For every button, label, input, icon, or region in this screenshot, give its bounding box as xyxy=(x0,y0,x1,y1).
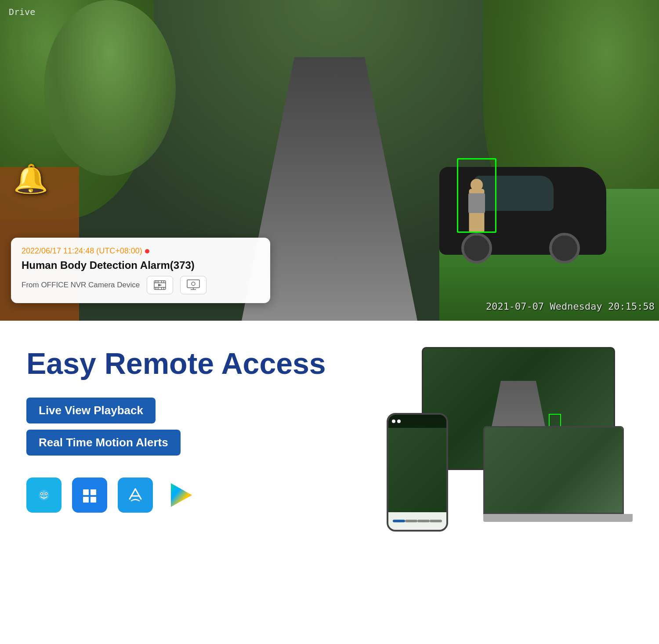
phone-tab-4 xyxy=(430,520,442,522)
phone-header xyxy=(388,415,446,428)
notification-title: Human Body Detection Alarm(373) xyxy=(22,259,260,271)
phone-tab-2 xyxy=(405,520,417,522)
camera-timestamp: 2021-07-07 Wednesday 20:15:58 xyxy=(486,301,655,312)
car-wheel-right xyxy=(549,233,580,264)
svg-point-15 xyxy=(192,282,195,286)
notification-source: From OFFICE NVR Camera Device xyxy=(22,276,260,294)
svg-rect-26 xyxy=(83,497,89,503)
phone-content xyxy=(388,428,446,512)
bell-container: 🔔 xyxy=(13,163,48,198)
svg-rect-12 xyxy=(187,280,199,288)
monitor-button[interactable] xyxy=(180,276,206,294)
svg-rect-4 xyxy=(158,281,159,282)
svg-point-20 xyxy=(41,493,43,494)
svg-rect-6 xyxy=(163,281,164,282)
svg-rect-27 xyxy=(91,497,96,503)
svg-rect-5 xyxy=(161,281,162,282)
film-icon xyxy=(154,280,166,290)
windows-svg-icon xyxy=(80,485,100,505)
left-content: Easy Remote Access Live View Playback Re… xyxy=(26,347,360,532)
mac-icon[interactable] xyxy=(26,478,62,513)
svg-rect-23 xyxy=(80,485,100,505)
svg-rect-25 xyxy=(91,489,96,495)
windows-icon[interactable] xyxy=(72,478,107,513)
section-title: Easy Remote Access xyxy=(26,347,360,380)
phone-screen xyxy=(388,415,446,530)
svg-point-21 xyxy=(46,493,47,494)
svg-rect-3 xyxy=(156,281,156,282)
svg-rect-28 xyxy=(125,485,145,505)
svg-marker-11 xyxy=(158,284,162,286)
svg-rect-1 xyxy=(154,282,166,283)
appstore-svg-icon xyxy=(125,485,145,505)
monitor-icon xyxy=(187,279,200,291)
svg-rect-10 xyxy=(163,287,164,290)
playback-button[interactable] xyxy=(147,276,173,294)
laptop-mockup xyxy=(483,426,633,532)
detected-person xyxy=(457,158,496,233)
laptop-screen-content xyxy=(485,427,623,513)
notification-time-text: 2022/06/17 11:24:48 (UTC+08:00) xyxy=(22,246,142,256)
car-wheel-left xyxy=(461,233,492,264)
platform-icons xyxy=(26,478,360,513)
phone-bottom-bar xyxy=(388,512,446,530)
googleplay-svg-icon xyxy=(166,480,196,510)
notification-card: 2022/06/17 11:24:48 (UTC+08:00) Human Bo… xyxy=(11,238,270,303)
svg-marker-32 xyxy=(171,483,192,507)
phone-wifi-dot xyxy=(397,420,401,423)
svg-rect-8 xyxy=(158,287,159,290)
phone-mockup xyxy=(387,413,448,532)
pill-live-playback: Live View Playback xyxy=(26,398,156,423)
svg-rect-9 xyxy=(161,287,162,290)
appstore-icon[interactable] xyxy=(118,478,153,513)
svg-rect-7 xyxy=(156,287,156,290)
device-mockups xyxy=(378,347,633,532)
detection-box xyxy=(457,158,496,233)
pill-motion-alerts: Real Time Motion Alerts xyxy=(26,430,181,456)
foliage-left-2 xyxy=(44,0,176,176)
notification-source-text: From OFFICE NVR Camera Device xyxy=(22,281,140,289)
notification-time: 2022/06/17 11:24:48 (UTC+08:00) xyxy=(22,246,260,256)
camera-view: Drive 2021-07-07 Wednesday 20:15:58 🔔 20… xyxy=(0,0,659,321)
bottom-section: Easy Remote Access Live View Playback Re… xyxy=(0,321,659,558)
finder-icon xyxy=(34,485,54,505)
laptop-screen xyxy=(483,426,624,514)
laptop-base xyxy=(483,514,633,522)
phone-tab-1 xyxy=(393,520,405,522)
phone-signal-dot xyxy=(392,420,395,423)
phone-tab-3 xyxy=(417,520,430,522)
svg-rect-24 xyxy=(83,489,89,495)
notification-dot xyxy=(145,249,149,253)
feature-pills: Live View Playback Real Time Motion Aler… xyxy=(26,398,360,456)
bell-icon: 🔔 xyxy=(13,163,48,195)
drive-label: Drive xyxy=(9,7,35,17)
googleplay-icon[interactable] xyxy=(163,478,199,513)
